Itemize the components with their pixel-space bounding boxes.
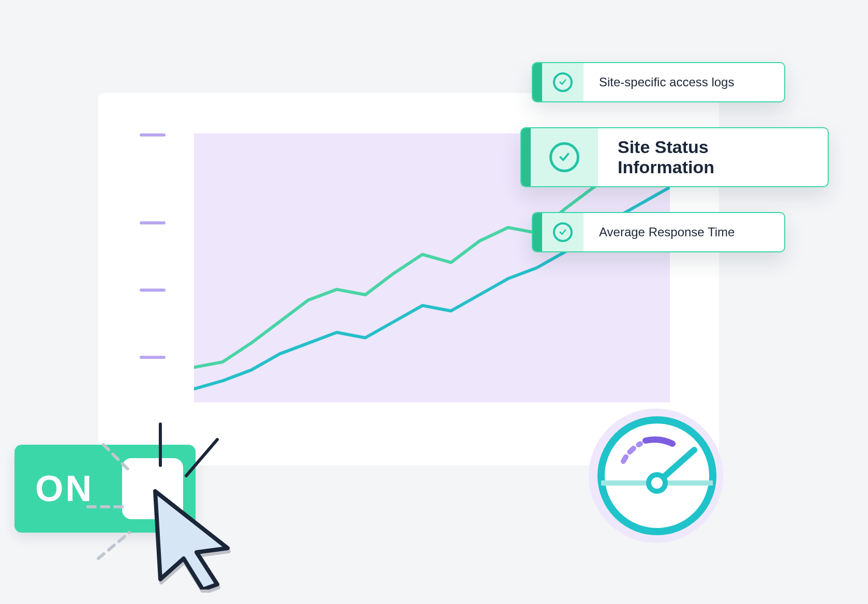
y-tick (140, 221, 166, 224)
info-card-response-time[interactable]: Average Response Time (532, 212, 785, 252)
card-accent-bar (533, 213, 542, 251)
check-circle-icon (553, 72, 573, 92)
info-card-access-logs[interactable]: Site-specific access logs (532, 62, 785, 102)
card-label: Site-specific access logs (583, 63, 750, 101)
y-tick (140, 289, 166, 292)
info-card-site-status[interactable]: Site Status Information (520, 127, 829, 187)
toggle-label: ON (35, 468, 94, 509)
check-circle-icon (549, 142, 579, 172)
cursor-icon (145, 486, 243, 590)
gauge-icon (595, 414, 719, 538)
card-accent-bar (521, 128, 531, 186)
card-icon-zone (531, 128, 598, 186)
card-label: Average Response Time (583, 213, 750, 251)
svg-line-4 (98, 533, 129, 558)
y-tick (140, 133, 166, 137)
card-icon-zone (542, 63, 583, 101)
card-accent-bar (533, 63, 542, 101)
card-label: Site Status Information (598, 128, 828, 186)
y-tick (140, 356, 166, 359)
check-circle-icon (553, 222, 573, 242)
svg-point-8 (649, 475, 665, 491)
card-icon-zone (542, 213, 583, 251)
